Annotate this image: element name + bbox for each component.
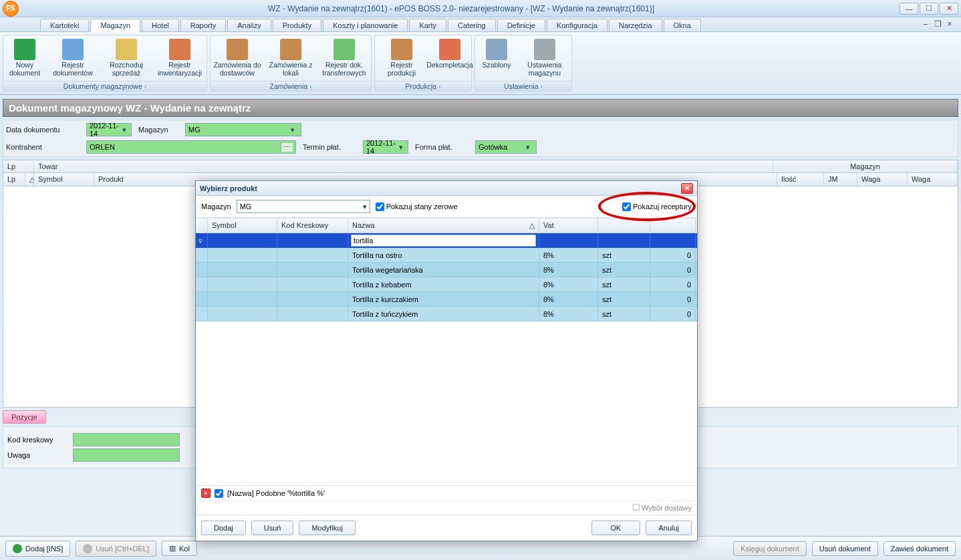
filter-symbol[interactable]: [208, 233, 277, 248]
ksieguj-button[interactable]: Księguj dokument: [733, 541, 806, 556]
chk-pokazuj-receptury-box[interactable]: [622, 202, 631, 211]
uwaga-input[interactable]: [73, 448, 180, 462]
cell: szt: [598, 248, 650, 262]
menu-tab-magazyn[interactable]: Magazyn: [90, 19, 140, 32]
cell: Tortilla z tuńczykiem: [348, 307, 539, 321]
ribbon-rozchoduj-sprzeda-[interactable]: Rozchoduj sprzedaż: [100, 35, 153, 81]
tab-pozycje[interactable]: Pozycje: [3, 410, 46, 424]
product-row[interactable]: Tortilla z kebabem8%szt0: [196, 277, 697, 292]
close-button[interactable]: ✕: [940, 3, 958, 15]
dialog-magazyn-select[interactable]: MG▾: [237, 200, 370, 213]
menu-tab-raporty[interactable]: Raporty: [180, 19, 227, 31]
col-magazyn-group[interactable]: Magazyn: [773, 160, 958, 172]
ribbon-rejestr-dokument-w[interactable]: Rejestr dokumentów: [46, 35, 100, 81]
chk-stany-zerowe-box[interactable]: [376, 202, 384, 211]
dialog-ok-button[interactable]: OK: [591, 521, 641, 535]
filter-active-chk[interactable]: [215, 489, 223, 498]
menu-tab-narzędzia[interactable]: Narzędzia: [609, 19, 662, 31]
col-symbol[interactable]: Symbol: [34, 173, 94, 186]
menu-tab-definicje[interactable]: Definicje: [497, 19, 545, 31]
dialog-modyfikuj-button[interactable]: Modyfikuj: [299, 521, 355, 535]
dialog-anuluj-button[interactable]: Anuluj: [646, 521, 692, 535]
ribbon-rejestr-produkcji[interactable]: Rejestr produkcji: [375, 35, 428, 81]
product-row[interactable]: Tortilla wegetariańska8%szt0: [196, 263, 697, 277]
menu-tab-okna[interactable]: Okna: [664, 19, 701, 31]
maximize-button[interactable]: ☐: [920, 3, 938, 15]
dialog-close-button[interactable]: ✕: [681, 183, 693, 194]
termin-field[interactable]: 2012-11-14▾: [363, 140, 408, 154]
col-nazwa[interactable]: Nazwa△: [348, 219, 539, 233]
product-row[interactable]: Tortilla z tuńczykiem8%szt0: [196, 307, 697, 321]
chevron-down-icon[interactable]: ▾: [120, 126, 128, 134]
col-jm[interactable]: JM: [824, 173, 857, 186]
col-ilosc[interactable]: Ilość: [777, 173, 824, 186]
mdi-minimize-icon[interactable]: –: [921, 20, 930, 29]
zawies-button[interactable]: Zawieś dokument: [883, 541, 956, 556]
ribbon-szablony[interactable]: Szablony: [475, 35, 518, 81]
dialog-usun-button[interactable]: Usuń: [251, 521, 294, 535]
menu-tab-catering[interactable]: Catering: [448, 19, 496, 31]
mdi-close-icon[interactable]: ×: [945, 20, 954, 29]
menu-tab-kartoteki[interactable]: Kartoteki: [40, 19, 89, 31]
minimize-button[interactable]: —: [900, 3, 918, 15]
kolumny-button[interactable]: ▥Kol: [162, 541, 197, 556]
filter-icon[interactable]: ▿: [196, 233, 208, 248]
ribbon-nowy-dokument[interactable]: Nowy dokument: [3, 35, 46, 81]
cell: szt: [598, 277, 650, 291]
chevron-down-icon[interactable]: ▾: [523, 143, 533, 152]
usun-dokument-button[interactable]: Usuń dokument: [812, 541, 878, 556]
menu-tab-karty[interactable]: Karty: [409, 19, 446, 31]
dialog-dodaj-button[interactable]: Dodaj: [201, 521, 246, 535]
ribbon-dekompletacja[interactable]: Dekompletacja: [428, 35, 471, 81]
cell: [277, 248, 348, 262]
ribbon-ustawienia-magazynu[interactable]: Ustawienia magazynu: [518, 35, 571, 81]
dodaj-button[interactable]: Dodaj [INS]: [5, 541, 70, 557]
lookup-button[interactable]: ⋯: [281, 143, 293, 152]
filter-vat[interactable]: [539, 233, 598, 248]
usun-button[interactable]: Usuń [Ctrl+DEL]: [76, 541, 156, 557]
col-symbol[interactable]: Symbol: [208, 219, 277, 233]
chevron-down-icon[interactable]: ▾: [396, 143, 405, 152]
filter-nazwa-input[interactable]: [351, 235, 536, 247]
product-row[interactable]: Tortilla z kurczakiem8%szt0: [196, 292, 697, 307]
filter-nazwa[interactable]: [348, 233, 539, 248]
kod-kreskowy-input[interactable]: [73, 433, 180, 446]
menu-tab-hotel[interactable]: Hotel: [142, 19, 179, 31]
kontrahent-field[interactable]: ORLEN⋯: [86, 140, 296, 154]
chk-pokazuj-receptury[interactable]: Pokazuj receptury: [622, 202, 692, 211]
col-towar[interactable]: Towar: [34, 160, 773, 172]
col-sort[interactable]: △: [25, 173, 34, 186]
chevron-down-icon[interactable]: ▾: [363, 202, 367, 211]
ribbon-rejestr-dok-transferowych[interactable]: Rejestr dok. transferowych: [317, 35, 371, 81]
ribbon-zam-wienia-z-lokali[interactable]: Zamówienia z lokali: [264, 35, 317, 81]
filter-stan[interactable]: [650, 233, 696, 248]
magazyn-field[interactable]: MG▾: [185, 123, 301, 136]
product-row[interactable]: Tortilla na ostro8%szt0: [196, 248, 697, 263]
menu-tab-konfiguracja[interactable]: Konfiguracja: [547, 19, 607, 31]
chk-stany-zerowe[interactable]: Pokazuj stany zerowe: [376, 202, 458, 211]
cell: szt: [598, 292, 650, 306]
col-vat[interactable]: Vat: [539, 219, 598, 233]
chevron-down-icon[interactable]: ▾: [287, 126, 298, 134]
col-waga1[interactable]: Waga: [857, 173, 908, 186]
ribbon-rejestr-inwentaryzacji[interactable]: Rejestr inwentaryzacji: [153, 35, 207, 81]
mdi-restore-icon[interactable]: ❐: [933, 20, 942, 29]
forma-field[interactable]: Gotówka▾: [475, 140, 537, 154]
menu-tab-produkty[interactable]: Produkty: [273, 19, 321, 31]
clear-filter-button[interactable]: ×: [201, 488, 211, 498]
menu-tab-analizy[interactable]: Analizy: [227, 19, 271, 31]
cell: Tortilla z kurczakiem: [348, 292, 539, 306]
cell: Tortilla z kebabem: [348, 277, 539, 291]
filter-jm[interactable]: [598, 233, 650, 248]
col-waga2[interactable]: Waga: [908, 173, 958, 186]
filter-kod[interactable]: [277, 233, 348, 248]
col-kod[interactable]: Kod Kreskowy: [277, 219, 348, 233]
cell: [277, 307, 348, 321]
col-stan[interactable]: [650, 219, 696, 233]
col-jm-h[interactable]: [598, 219, 650, 233]
data-dokumentu-field[interactable]: 2012-11-14▾: [86, 123, 132, 136]
col-lp[interactable]: Lp: [3, 160, 34, 172]
menu-tab-koszty i planowanie[interactable]: Koszty i planowanie: [323, 19, 408, 31]
col-lp2[interactable]: Lp: [3, 173, 25, 186]
ribbon-zam-wienia-do-dostawc-w[interactable]: Zamówienia do dostawców: [211, 35, 264, 81]
